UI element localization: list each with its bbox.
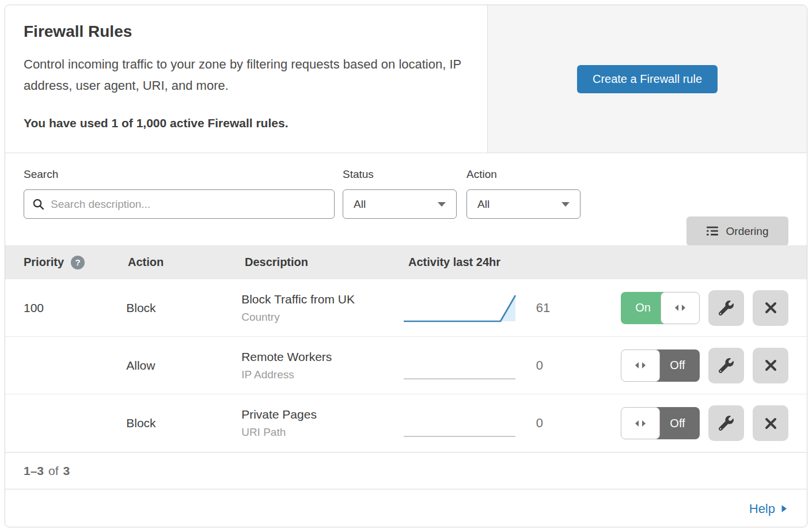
rule-controls: On [621,290,788,326]
chevron-down-icon [561,202,570,207]
pagination-bar: 1–3 of 3 [5,452,807,489]
activity-count: 0 [536,358,543,373]
search-input[interactable] [51,198,326,211]
ordering-wrap: Ordering [686,168,788,245]
help-bar: Help [5,489,807,527]
usage-summary: You have used 1 of 1,000 active Firewall… [24,116,469,130]
rule-priority: 100 [24,301,126,315]
ordering-button-label: Ordering [726,225,769,238]
toggle-drag-handle-icon[interactable] [661,292,700,324]
page-description: Control incoming traffic to your zone by… [24,54,469,97]
delete-rule-button[interactable] [753,405,788,441]
activity-sparkline-flat [403,351,518,381]
activity-sparkline-flat [403,408,518,438]
toggle-state-label: Off [655,349,700,382]
wrench-icon [719,301,734,316]
chevron-down-icon [438,202,446,207]
enable-toggle[interactable]: Off [621,349,700,382]
rule-match-type: IP Address [241,368,403,381]
delete-rule-button[interactable] [753,348,788,383]
rule-action: Block [126,301,241,315]
pagination-total: 3 [63,464,70,478]
activity-sparkline-spike [403,293,518,323]
search-label: Search [24,168,335,181]
enable-toggle[interactable]: On [621,292,700,324]
rule-description: Block Traffic from UK [241,292,403,306]
close-icon [764,417,777,430]
rule-activity-cell: 0 [403,351,621,381]
rule-controls: Off [621,348,788,383]
ordered-list-icon [707,226,719,236]
page-header: Firewall Rules Control incoming traffic … [5,5,807,153]
rule-match-type: Country [241,311,403,324]
wrench-icon [719,416,734,431]
column-description: Description [245,256,408,269]
rule-description: Private Pages [241,408,403,421]
pagination-range: 1–3 [24,464,44,478]
rule-description-cell: Block Traffic from UK Country [241,292,403,324]
edit-rule-button[interactable] [708,405,744,441]
arrow-right-icon [781,504,787,513]
search-box[interactable] [24,189,335,219]
status-select-value: All [354,198,366,211]
activity-count: 0 [536,416,543,431]
action-select[interactable]: All [466,189,580,219]
close-icon [764,301,777,314]
status-group: Status All [343,168,457,245]
help-link-label: Help [749,501,775,516]
rule-action: Block [126,416,241,430]
table-row: Block Private Pages URI Path 0 Off [5,394,807,452]
rule-description: Remote Workers [241,350,403,364]
page-title: Firewall Rules [24,22,469,41]
rule-controls: Off [621,405,788,441]
close-icon [764,359,777,372]
column-action: Action [128,256,245,269]
rule-activity-cell: 0 [403,408,621,438]
table-row: Allow Remote Workers IP Address 0 Off [5,337,807,394]
action-select-value: All [477,198,490,211]
rule-action: Allow [126,359,241,373]
search-group: Search [24,168,335,245]
filter-bar: Search Status All Action All [5,153,807,245]
column-priority: Priority ? [24,256,128,269]
header-text-panel: Firewall Rules Control incoming traffic … [5,5,487,153]
toggle-state-label: On [621,292,665,324]
edit-rule-button[interactable] [708,290,744,326]
pagination-of-label: of [48,464,59,478]
activity-count: 61 [536,301,550,316]
table-body: 100 Block Block Traffic from UK Country … [5,279,807,452]
status-select[interactable]: All [343,189,457,219]
priority-header-label: Priority [24,256,64,269]
rule-description-cell: Remote Workers IP Address [241,350,403,381]
enable-toggle[interactable]: Off [621,407,700,439]
action-group: Action All [466,168,580,245]
toggle-state-label: Off [655,407,700,439]
action-label: Action [466,168,580,181]
toggle-drag-handle-icon[interactable] [621,349,660,382]
priority-help-icon[interactable]: ? [71,256,85,269]
wrench-icon [719,358,734,373]
ordering-button[interactable]: Ordering [686,216,788,246]
create-firewall-rule-button[interactable]: Create a Firewall rule [577,65,718,93]
rule-activity-cell: 61 [403,293,621,323]
status-label: Status [343,168,457,181]
help-link[interactable]: Help [749,501,787,516]
header-action-panel: Create a Firewall rule [487,5,807,153]
delete-rule-button[interactable] [753,290,788,326]
rule-match-type: URI Path [241,426,403,439]
table-header: Priority ? Action Description Activity l… [5,245,807,279]
edit-rule-button[interactable] [708,348,744,383]
toggle-drag-handle-icon[interactable] [621,407,660,439]
firewall-rules-card: Firewall Rules Control incoming traffic … [5,5,807,527]
search-icon [32,198,45,211]
column-activity: Activity last 24hr [408,256,630,269]
table-row: 100 Block Block Traffic from UK Country … [5,279,807,337]
rule-description-cell: Private Pages URI Path [241,408,403,439]
